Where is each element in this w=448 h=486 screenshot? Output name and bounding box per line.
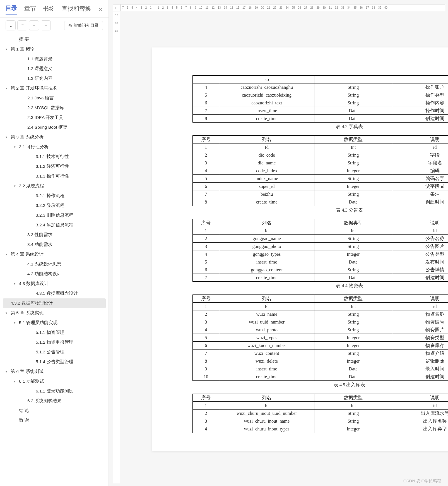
toc-item[interactable]: 2.2 MYSQL 数据库 [0, 103, 109, 113]
toc-item[interactable]: 1.3 研究内容 [0, 74, 109, 83]
toc-item-label: 5.1 管理员功能实现 [19, 320, 57, 326]
toc-item[interactable]: ▾第 4 章 系统设计 [0, 250, 109, 259]
toc-item[interactable]: 4.1 系统设计思想 [0, 259, 109, 269]
toc-item[interactable]: ▾6.1 功能测试 [0, 377, 109, 386]
toc-item[interactable]: 3.2.1 操作流程 [0, 191, 109, 201]
ruler-tick: 30 [323, 6, 326, 9]
toc-item[interactable]: 致 谢 [0, 416, 109, 425]
toc-item[interactable]: 5.1.4 公告类型管理 [0, 357, 109, 367]
ruler-tick: 23 [280, 6, 283, 9]
toc-item-label: 3.1.3 操作可行性 [36, 173, 69, 179]
toc-item[interactable]: ▾4.3 数据库设计 [0, 279, 109, 289]
toc-item[interactable]: 3.1.1 技术可行性 [0, 152, 109, 162]
toc-item-label: 4.3 数据库设计 [19, 281, 49, 287]
table-cell: 7 [193, 349, 219, 357]
table-row: 4wuzi_photoString物资照片是 [193, 326, 448, 334]
toc-item-label: 3.1.1 技术可行性 [36, 154, 69, 160]
table-header: 列名 [219, 295, 314, 303]
toc-item[interactable]: 1.2 课题意义 [0, 64, 109, 74]
vertical-ruler[interactable]: 474849 [113, 12, 120, 483]
table-cell: Id [219, 303, 314, 310]
table-cell: 物资类型 [392, 334, 448, 342]
tab-chapters[interactable]: 章节 [24, 5, 36, 14]
toc-item[interactable]: 3.2.4 添加信息流程 [0, 220, 109, 230]
toc-item[interactable]: 结 论 [0, 406, 109, 416]
toc-item[interactable]: ▾第 2 章 开发环境与技术 [0, 83, 109, 93]
toc-item-label: 第 6 章 系统测试 [11, 369, 44, 375]
plus-icon: + [33, 23, 35, 28]
toc-item[interactable]: 2.1 Java 语言 [0, 93, 109, 103]
toc-item[interactable]: ▾第 6 章 系统测试 [0, 367, 109, 377]
toc-item[interactable]: ▾第 3 章 系统分析 [0, 132, 109, 142]
toc-item-label: 2.4 Spring Boot 框架 [27, 125, 67, 130]
table-cell: id [392, 227, 448, 235]
table-header: 序号 [193, 394, 219, 402]
toc-item[interactable]: 5.1.2 物资申报管理 [0, 337, 109, 347]
add-button[interactable]: + [29, 20, 39, 30]
ruler-tick: 7 [122, 6, 124, 9]
collapse-button[interactable]: ⌄ [6, 20, 16, 30]
ruler-tick: 2 [145, 6, 147, 9]
toc-item[interactable]: 5.1.1 物资管理 [0, 328, 109, 337]
toc-item[interactable]: 3.3 性能需求 [0, 230, 109, 240]
toc-item[interactable]: 4.3.2 数据库物理设计 [3, 298, 106, 308]
ruler-tick: 32 [335, 6, 338, 9]
table-header: 数据类型 [314, 136, 392, 143]
table-header: 说明 [392, 295, 448, 303]
table-4-2: 序号列名数据类型说明允许空1IdIntid否2dic_codeString字段是… [192, 135, 448, 206]
toc-item[interactable]: ▾第 1 章 绪论 [0, 44, 109, 54]
ruler-tick: 21 [267, 6, 270, 9]
table-cell: insert_time [219, 107, 314, 115]
table-cell: code_index [219, 167, 314, 175]
ruler-tick: 1 [158, 6, 159, 9]
toc-item[interactable]: 4.3.1 数据库概念设计 [0, 289, 109, 298]
ruler-corner[interactable]: ∟ [113, 4, 120, 11]
tab-find-replace[interactable]: 查找和替换 [62, 5, 91, 14]
toc-item[interactable]: 3.1.2 经济可行性 [0, 162, 109, 171]
toc-item[interactable]: ▾3.1 可行性分析 [0, 142, 109, 152]
table-cell: wuzi_kucun_number [219, 342, 314, 349]
close-icon[interactable]: ✕ [98, 6, 103, 13]
horizontal-ruler[interactable]: 7654321123456789101112131415161718192021… [121, 4, 445, 11]
toc-item[interactable]: 5.1.3 公告管理 [0, 347, 109, 357]
expand-button[interactable]: ⌃ [17, 20, 27, 30]
toc-item[interactable]: 4.2 功能结构设计 [0, 269, 109, 279]
table-cell: Int [314, 143, 392, 151]
table-row: 6super_idInteger父字段 id是 [193, 183, 448, 190]
table-row: 7create_timeDate创建时间是 [193, 274, 448, 282]
toc-item[interactable]: 2.4 Spring Boot 框架 [0, 123, 109, 132]
table-cell: 物资编号 [392, 318, 448, 326]
table-cell: 7 [193, 190, 219, 198]
tab-bookmarks[interactable]: 书签 [43, 5, 55, 14]
table-cell: ao [219, 76, 314, 83]
table-cell: wuzi_churu_inout_name [219, 417, 314, 425]
ruler-tick: 35 [353, 6, 357, 9]
tab-toc[interactable]: 目录 [6, 4, 17, 15]
table-cell: wuzi_uuid_number [219, 318, 314, 326]
ruler-tick: 4 [136, 6, 138, 9]
table-cell: 创建时间 [392, 115, 448, 123]
toc-item[interactable]: 6.1.1 登录功能测试 [0, 386, 109, 396]
ruler-tick: 5 [131, 6, 133, 9]
toc-item[interactable]: 3.2.3 删除信息流程 [0, 210, 109, 220]
toc-item-label: 第 4 章 系统设计 [11, 252, 44, 257]
table-header: 数据类型 [314, 219, 392, 227]
toc-item[interactable]: ▾5.1 管理员功能实现 [0, 318, 109, 328]
table-cell: 字段 [392, 151, 448, 159]
toc-item[interactable]: 摘 要 [0, 35, 109, 44]
toc-item[interactable]: 3.4 功能需求 [0, 240, 109, 250]
ruler-tick: 49 [115, 30, 118, 33]
toc-item[interactable]: ▾3.2 系统流程 [0, 181, 109, 191]
sidebar-tabs: 目录 章节 书签 查找和替换 ✕ [0, 0, 109, 18]
caption-4-4: 表 4.4 物资表 [192, 283, 448, 289]
toc-item[interactable]: 6.2 系统测试结果 [0, 396, 109, 406]
toc-item[interactable]: 1.1 课题背景 [0, 54, 109, 64]
ruler-tick: 29 [316, 6, 319, 9]
smart-detect-toc-button[interactable]: ◎ 智能识别目录 [64, 21, 103, 30]
remove-button[interactable]: − [41, 20, 51, 30]
toc-item[interactable]: 2.3 IDEA 开发工具 [0, 113, 109, 123]
table-row: 2dic_codeString字段是 [193, 151, 448, 159]
toc-item[interactable]: 3.1.3 操作可行性 [0, 171, 109, 181]
toc-item[interactable]: 3.2.2 登录流程 [0, 201, 109, 210]
toc-item[interactable]: ▾第 5 章 系统实现 [0, 308, 109, 318]
